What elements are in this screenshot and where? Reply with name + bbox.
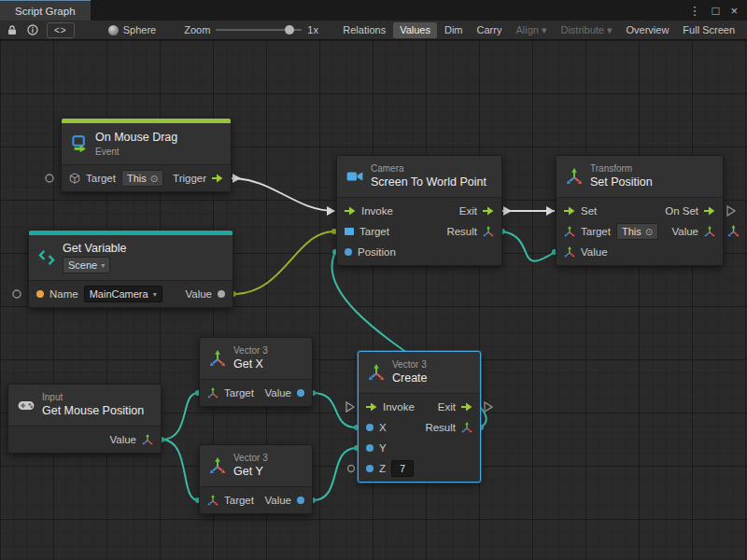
- port-position-label: Position: [358, 246, 396, 258]
- port-trigger-label: Trigger: [173, 173, 206, 184]
- flow-arrow-icon[interactable]: [564, 205, 575, 217]
- flow-arrow-icon[interactable]: [704, 205, 715, 217]
- x-port-dot[interactable]: [366, 424, 374, 431]
- port-target-label: Target: [86, 173, 116, 184]
- carry-button[interactable]: Carry: [471, 22, 509, 38]
- vector3-port-icon[interactable]: [483, 226, 494, 237]
- sphere-icon: [108, 25, 119, 35]
- flow-arrow-icon[interactable]: [366, 401, 377, 413]
- vector3-port-icon[interactable]: [207, 387, 218, 399]
- window-controls: ⋮ □ ×: [689, 0, 747, 21]
- position-port-dot[interactable]: [345, 248, 352, 256]
- node-title: Get Variable: [63, 242, 127, 255]
- node-kind: Vector 3: [233, 345, 268, 356]
- port-y-label: Y: [379, 442, 387, 454]
- distribute-dropdown[interactable]: Distribute ▾: [554, 22, 618, 38]
- z-value-field[interactable]: 7: [391, 460, 414, 477]
- port-value-label: Value: [264, 387, 291, 399]
- vector3-port-icon[interactable]: [564, 226, 575, 237]
- values-button[interactable]: Values: [393, 22, 437, 38]
- port-result-label: Result: [425, 422, 456, 433]
- relations-button[interactable]: Relations: [336, 22, 392, 38]
- port-target-label: Target: [224, 387, 254, 399]
- value-port-xyz-icon[interactable]: [727, 225, 740, 237]
- port-result-label: Result: [446, 226, 477, 237]
- camera-icon: [346, 168, 363, 185]
- vector3-port-icon[interactable]: [142, 434, 153, 445]
- port-name-label: Name: [49, 288, 78, 300]
- node-get-x[interactable]: Vector 3 Get X Target Value: [199, 337, 313, 407]
- flow-arrow-icon[interactable]: [212, 173, 223, 184]
- gamepad-icon: [18, 397, 35, 413]
- y-port-dot[interactable]: [366, 444, 374, 452]
- info-icon[interactable]: [26, 23, 39, 36]
- node-get-variable[interactable]: Get Variable Scene ▾ Name MainCamera ▾: [28, 230, 233, 308]
- port-invoke-label: Invoke: [383, 401, 415, 413]
- target-this-chip[interactable]: This ⊙: [121, 170, 163, 187]
- window-title-bar: Script Graph ⋮ □ ×: [0, 0, 747, 21]
- event-icon: [71, 135, 88, 152]
- chevron-down-icon: ▾: [101, 261, 105, 270]
- node-get-y[interactable]: Vector 3 Get Y Target Value: [199, 444, 313, 514]
- node-title: Screen To World Point: [371, 175, 486, 189]
- window-menu-icon[interactable]: ⋮: [689, 5, 701, 17]
- flow-arrow-icon[interactable]: [461, 401, 472, 413]
- transform-icon: [566, 168, 583, 185]
- zoom-control: Zoom 1x: [184, 24, 318, 35]
- code-view-button[interactable]: <>: [47, 22, 75, 38]
- flow-arrow-icon[interactable]: [483, 205, 494, 217]
- port-z-label: Z: [379, 463, 386, 474]
- z-port-dot[interactable]: [366, 465, 374, 472]
- graph-canvas[interactable]: On Mouse Drag Event Target This ⊙ Trigge…: [0, 40, 747, 560]
- name-port-dot[interactable]: [36, 290, 44, 298]
- variable-scope-dropdown[interactable]: Scene ▾: [63, 257, 110, 273]
- toolbar-buttons: Relations Values Dim Carry Align ▾ Distr…: [336, 22, 741, 38]
- vector3-port-icon[interactable]: [564, 246, 575, 258]
- value-port-dot[interactable]: [297, 389, 304, 397]
- this-target-icon: ⊙: [150, 174, 158, 184]
- target-this-chip[interactable]: This ⊙: [616, 223, 658, 240]
- node-subtitle: Event: [95, 147, 177, 157]
- maximize-icon[interactable]: □: [712, 5, 720, 17]
- vector3-icon: [209, 350, 226, 367]
- graph-target[interactable]: Sphere: [108, 24, 156, 35]
- zoom-slider[interactable]: [216, 24, 302, 35]
- node-screen-to-world-point[interactable]: Camera Screen To World Point Invoke Exit…: [336, 155, 502, 266]
- node-get-mouse-position[interactable]: Input Get Mouse Position Value: [7, 384, 162, 454]
- vector3-icon: [209, 457, 226, 474]
- node-title: Set Position: [590, 175, 653, 189]
- node-kind: Transform: [590, 163, 653, 174]
- align-dropdown[interactable]: Align ▾: [509, 22, 553, 38]
- value-port-dot[interactable]: [297, 497, 304, 504]
- full-screen-button[interactable]: Full Screen: [676, 22, 741, 38]
- vector3-port-icon[interactable]: [704, 226, 715, 237]
- flow-arrow-icon[interactable]: [345, 205, 356, 217]
- tab-title: Script Graph: [15, 6, 76, 17]
- port-value-label: Value: [109, 434, 136, 445]
- port-value-out-label: Value: [671, 226, 698, 237]
- variable-icon: [38, 249, 55, 266]
- zoom-slider-handle[interactable]: [285, 25, 294, 35]
- vector3-port-icon[interactable]: [207, 495, 218, 506]
- tab-script-graph[interactable]: Script Graph: [0, 0, 91, 21]
- node-vector3-create[interactable]: Vector 3 Create Invoke Exit X: [358, 351, 481, 483]
- camera-type-port-icon[interactable]: [345, 228, 354, 235]
- vector3-port-icon[interactable]: [461, 422, 472, 433]
- node-kind: Vector 3: [233, 453, 268, 463]
- node-kind: Input: [42, 392, 144, 402]
- lock-icon[interactable]: [6, 23, 19, 36]
- value-port-dot[interactable]: [218, 290, 225, 298]
- this-target-icon: ⊙: [645, 227, 653, 237]
- node-set-position[interactable]: Transform Set Position Set On Set Target: [556, 155, 724, 266]
- node-kind: Vector 3: [392, 359, 428, 370]
- overview-button[interactable]: Overview: [620, 22, 676, 38]
- node-title: Get Y: [233, 465, 268, 478]
- dim-button[interactable]: Dim: [438, 22, 470, 38]
- vector3-icon: [368, 364, 385, 381]
- node-on-mouse-drag[interactable]: On Mouse Drag Event Target This ⊙ Trigge…: [61, 118, 232, 192]
- close-icon[interactable]: ×: [730, 5, 738, 17]
- variable-name-field[interactable]: MainCamera ▾: [84, 286, 162, 302]
- node-title: Get X: [233, 357, 268, 371]
- cube-icon[interactable]: [69, 173, 80, 184]
- port-set-label: Set: [581, 205, 597, 217]
